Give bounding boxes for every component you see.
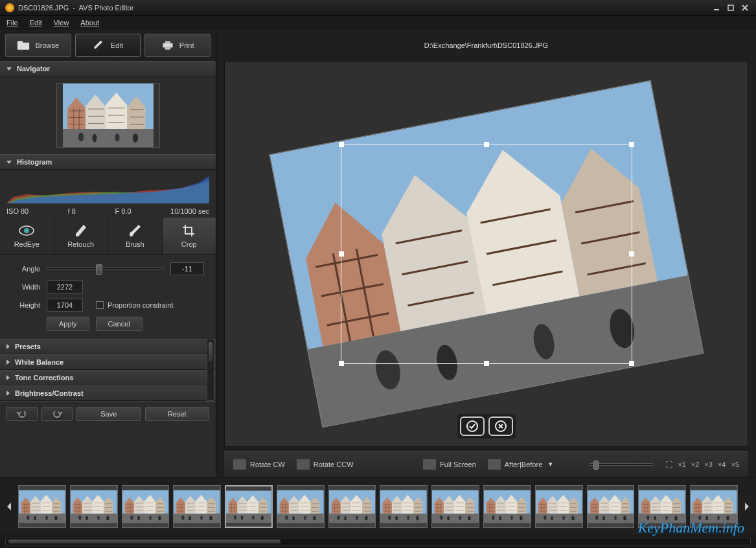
tool-redeye[interactable]: RedEye — [0, 218, 54, 254]
rotate-cw-button[interactable]: Rotate CW — [233, 459, 285, 470]
navigator-panel — [0, 76, 216, 154]
angle-value[interactable]: -11 — [170, 262, 204, 275]
chevron-right-icon — [6, 344, 10, 349]
tool-brush[interactable]: Brush — [108, 218, 163, 254]
redo-button[interactable] — [41, 407, 73, 421]
crop-handle-mr[interactable] — [629, 251, 634, 257]
menu-view[interactable]: View — [54, 19, 69, 27]
retouch-icon — [73, 223, 89, 238]
tone-header[interactable]: Tone Corrections — [0, 370, 216, 385]
mode-print[interactable]: Print — [144, 34, 211, 57]
thumb-11[interactable] — [535, 485, 583, 528]
menu-file[interactable]: File — [6, 19, 18, 27]
thumb-6[interactable] — [277, 485, 325, 528]
canvas[interactable] — [224, 61, 748, 447]
maximize-button[interactable] — [725, 3, 737, 12]
thumb-1[interactable] — [18, 485, 66, 528]
crop-handle-tc[interactable] — [484, 142, 489, 147]
crop-handle-bc[interactable] — [484, 361, 489, 366]
angle-slider-thumb[interactable] — [96, 264, 102, 275]
crop-confirm-bar — [457, 414, 516, 439]
crop-handle-tr[interactable] — [629, 142, 634, 147]
histogram-panel: ISO 80 f 8 F 8.0 10/1000 sec — [0, 170, 216, 218]
svg-marker-41 — [7, 503, 11, 510]
tool-retouch[interactable]: Retouch — [54, 218, 109, 254]
mode-edit[interactable]: Edit — [75, 34, 141, 57]
eye-icon — [19, 223, 34, 238]
tool-crop-label: Crop — [181, 240, 197, 248]
close-button[interactable] — [739, 3, 751, 12]
thumb-5[interactable] — [225, 485, 273, 528]
zoom-5x[interactable]: ×5 — [731, 461, 739, 468]
proportion-label: Proportion constraint — [108, 301, 174, 309]
presets-label: Presets — [15, 343, 41, 350]
histogram-header[interactable]: Histogram — [0, 154, 216, 170]
zoom-4x[interactable]: ×4 — [718, 461, 726, 468]
white-balance-header[interactable]: White Balance — [0, 354, 216, 370]
reject-button[interactable] — [488, 417, 513, 436]
filmstrip-prev[interactable] — [4, 487, 14, 526]
rotate-ccw-button[interactable]: Rotate CCW — [297, 459, 354, 470]
thumb-10[interactable] — [483, 485, 531, 528]
thumb-12[interactable] — [587, 485, 635, 528]
thumb-2[interactable] — [70, 485, 118, 528]
angle-slider[interactable] — [47, 268, 164, 270]
undo-button[interactable] — [6, 407, 38, 421]
svg-marker-36 — [76, 225, 86, 236]
collapsed-panels: Presets White Balance Tone Corrections B… — [0, 339, 216, 401]
window-title: DSC01826.JPG - AVS Photo Editor — [18, 4, 133, 12]
crop-handle-bl[interactable] — [339, 361, 344, 366]
crop-handle-tl[interactable] — [339, 142, 344, 147]
minimize-button[interactable] — [711, 3, 722, 12]
mode-tabs: Browse Edit Print — [0, 30, 216, 61]
svg-rect-25 — [728, 5, 733, 10]
brush-icon — [127, 223, 143, 238]
horizontal-scrollbar[interactable] — [5, 538, 751, 545]
chevron-right-icon — [6, 391, 10, 396]
cancel-button[interactable]: Cancel — [96, 317, 143, 331]
chevron-right-icon — [6, 360, 10, 365]
filmstrip-next[interactable] — [742, 487, 752, 526]
crop-handle-br[interactable] — [629, 361, 634, 366]
width-input[interactable]: 2272 — [47, 280, 83, 293]
presets-header[interactable]: Presets — [0, 339, 216, 354]
tool-crop[interactable]: Crop — [163, 218, 216, 254]
zoom-1x[interactable]: ×1 — [678, 461, 686, 468]
zoom-slider[interactable] — [589, 463, 654, 466]
thumb-9[interactable] — [431, 485, 479, 528]
apply-button[interactable]: Apply — [47, 317, 89, 331]
thumb-8[interactable] — [380, 485, 428, 528]
sidebar-scrollbar[interactable] — [207, 339, 214, 401]
zoom-fit[interactable]: ⛶ — [665, 461, 672, 468]
navigator-header[interactable]: Navigator — [0, 61, 216, 76]
thumb-4[interactable] — [173, 485, 221, 528]
thumb-13[interactable] — [638, 485, 686, 528]
angle-label: Angle — [12, 265, 40, 273]
folder-icon — [17, 40, 30, 51]
menu-edit[interactable]: Edit — [30, 19, 42, 27]
zoom-slider-thumb[interactable] — [593, 461, 599, 470]
after-before-button[interactable]: After|Before▾ — [488, 459, 553, 470]
crop-rectangle[interactable] — [341, 144, 632, 364]
proportion-checkbox[interactable] — [96, 301, 104, 309]
menu-about[interactable]: About — [80, 19, 99, 27]
tone-label: Tone Corrections — [15, 374, 73, 382]
brightness-header[interactable]: Brightness/Contrast — [0, 385, 216, 401]
redo-icon — [51, 409, 63, 418]
save-button[interactable]: Save — [76, 407, 141, 421]
navigator-thumbnail[interactable] — [56, 83, 160, 148]
thumb-3[interactable] — [122, 485, 170, 528]
height-input[interactable]: 1704 — [47, 299, 83, 312]
confirm-button[interactable] — [460, 417, 485, 436]
thumb-7[interactable] — [328, 485, 376, 528]
fullscreen-button[interactable]: Full Screen — [423, 459, 476, 470]
mode-browse[interactable]: Browse — [5, 34, 71, 57]
compare-icon — [488, 459, 501, 470]
zoom-2x[interactable]: ×2 — [691, 461, 700, 468]
zoom-3x[interactable]: ×3 — [704, 461, 713, 468]
reset-button[interactable]: Reset — [145, 407, 210, 421]
svg-rect-32 — [165, 41, 170, 43]
crop-handle-ml[interactable] — [339, 251, 344, 257]
printer-icon — [161, 40, 174, 51]
thumb-14[interactable] — [690, 485, 738, 528]
